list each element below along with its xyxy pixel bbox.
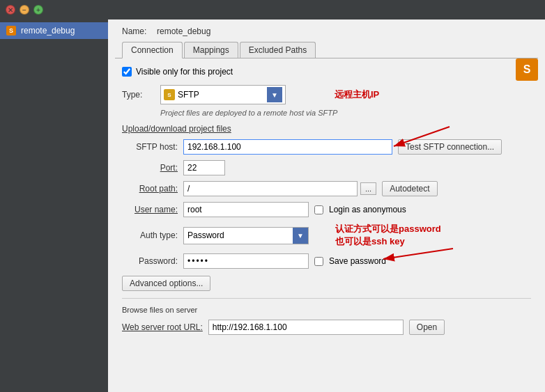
test-sftp-btn[interactable]: Test SFTP connection... (398, 139, 502, 155)
name-label: Name: (122, 26, 150, 36)
autodetect-btn[interactable]: Autodetect (382, 181, 437, 196)
browse-btn[interactable]: ... (360, 182, 376, 195)
login-anon-label: Login as anonymous (329, 205, 406, 214)
upload-section-label: Upload/download project files (122, 124, 531, 134)
brand-logo: S (516, 58, 538, 81)
tab-excluded-paths[interactable]: Excluded Paths (240, 42, 316, 58)
auth-type-row: Auth type: Password ▼ (122, 223, 531, 248)
save-password-checkbox[interactable] (314, 257, 323, 266)
password-row: Password: Save password (122, 253, 531, 269)
annotation-auth1: 认证方式可以是password (335, 223, 441, 235)
root-path-label: Root path: (122, 184, 178, 194)
visible-only-label: Visible only for this project (136, 67, 233, 77)
auth-type-select[interactable]: Password ▼ (183, 227, 309, 244)
close-btn[interactable]: ✕ (6, 5, 15, 15)
maximize-btn[interactable]: + (33, 5, 43, 15)
advanced-row: Advanced options... (122, 276, 531, 291)
divider (122, 298, 531, 299)
user-name-input[interactable] (183, 202, 309, 217)
description-text: Project files are deployed to a remote h… (160, 109, 531, 117)
type-select[interactable]: S SFTP ▼ (160, 85, 286, 104)
name-row: Name: remote_debug (108, 19, 545, 42)
titlebar: ✕ − + (0, 0, 545, 19)
sidebar-item-remote-debug[interactable]: S remote_debug (0, 22, 108, 39)
annotation-auth2: 也可以是ssh key (335, 235, 441, 248)
user-name-label: User name: (122, 205, 178, 214)
sftp-icon: S (164, 89, 175, 100)
tab-connection[interactable]: Connection (122, 42, 183, 58)
content-area: Name: remote_debug Connection Mappings E… (108, 19, 545, 392)
password-label: Password: (122, 256, 178, 266)
main-area: S remote_debug Name: remote_debug Connec… (0, 19, 545, 392)
web-url-row: Web server root URL: Open (122, 320, 531, 335)
save-password-label: Save password (329, 256, 386, 266)
web-url-input[interactable] (208, 320, 404, 335)
tab-mappings[interactable]: Mappings (184, 42, 238, 58)
tab-bar: Connection Mappings Excluded Paths (115, 42, 538, 58)
server-icon: S (6, 25, 17, 36)
port-label: Port: (122, 163, 178, 173)
type-row: Type: S SFTP ▼ 远程主机IP (122, 85, 531, 104)
type-select-text: SFTP (178, 90, 264, 100)
main-window: ✕ − + S remote_debug Name: remote_debug … (0, 0, 545, 392)
password-input[interactable] (183, 253, 309, 269)
port-row: Port: (122, 160, 531, 175)
browse-section-label: Browse files on server (122, 306, 531, 314)
annotation-host: 远程主机IP (335, 89, 379, 100)
login-anon-checkbox[interactable] (314, 205, 323, 214)
type-label: Type: (122, 90, 153, 100)
connection-panel: Visible only for this project Type: S SF… (108, 58, 545, 392)
web-url-label: Web server root URL: (122, 322, 203, 332)
port-input[interactable] (183, 160, 225, 175)
open-btn[interactable]: Open (409, 320, 445, 335)
root-path-wrapper: ... (183, 181, 376, 196)
sftp-host-label: SFTP host: (122, 142, 178, 152)
name-value: remote_debug (157, 26, 210, 36)
sidebar-item-label: remote_debug (21, 26, 75, 36)
visible-only-row: Visible only for this project (122, 67, 531, 77)
user-name-row: User name: Login as anonymous (122, 202, 531, 217)
auth-type-label: Auth type: (122, 230, 178, 240)
advanced-options-btn[interactable]: Advanced options... (122, 276, 210, 291)
root-path-input[interactable] (183, 181, 358, 196)
minimize-btn[interactable]: − (20, 5, 29, 15)
root-path-row: Root path: ... Autodetect (122, 181, 531, 196)
sftp-host-input[interactable] (183, 139, 392, 155)
auth-type-value: Password (184, 228, 293, 242)
type-dropdown-btn[interactable]: ▼ (267, 87, 282, 102)
sidebar: S remote_debug (0, 19, 108, 392)
auth-dropdown-btn[interactable]: ▼ (293, 228, 308, 244)
sftp-host-row: SFTP host: Test SFTP connection... (122, 139, 531, 155)
visible-only-checkbox[interactable] (122, 67, 132, 77)
